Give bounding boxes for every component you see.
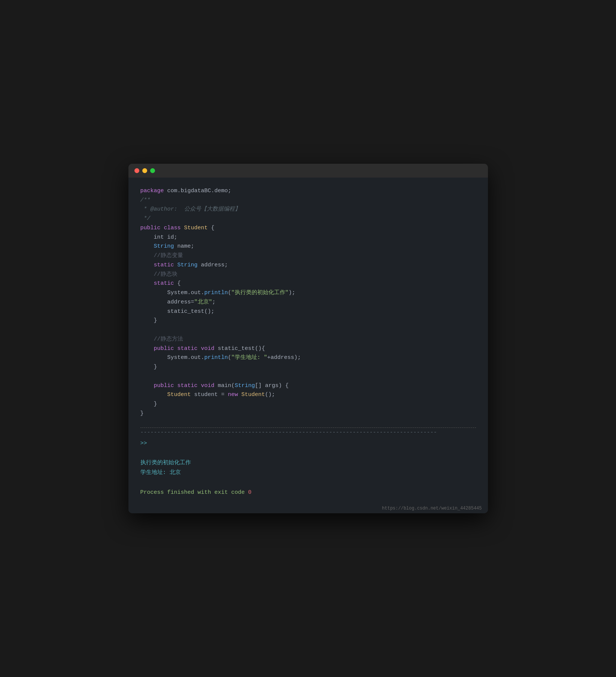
output-line2: 学生地址: 北京 — [140, 469, 181, 476]
titlebar — [128, 164, 488, 178]
close-dot[interactable] — [134, 168, 139, 173]
ide-window: package com.bigdataBC.demo; /** * @autho… — [128, 164, 488, 513]
code-editor: package com.bigdataBC.demo; /** * @autho… — [128, 178, 488, 427]
footer: https://blog.csdn.net/weixin_44285445 — [128, 504, 488, 513]
code-content: package com.bigdataBC.demo; /** * @autho… — [140, 187, 476, 418]
divider-line: ----------------------------------------… — [128, 427, 488, 436]
output-area: >> 执行类的初始化工作 学生地址: 北京 Process finished w… — [128, 436, 488, 504]
separator-text: ----------------------------------------… — [140, 427, 476, 436]
maximize-dot[interactable] — [150, 168, 155, 173]
output-content: >> 执行类的初始化工作 学生地址: 北京 Process finished w… — [140, 439, 476, 498]
process-line: Process finished with exit code 0 — [140, 489, 252, 496]
footer-url: https://blog.csdn.net/weixin_44285445 — [382, 506, 482, 511]
output-line1: 执行类的初始化工作 — [140, 460, 191, 466]
minimize-dot[interactable] — [142, 168, 147, 173]
